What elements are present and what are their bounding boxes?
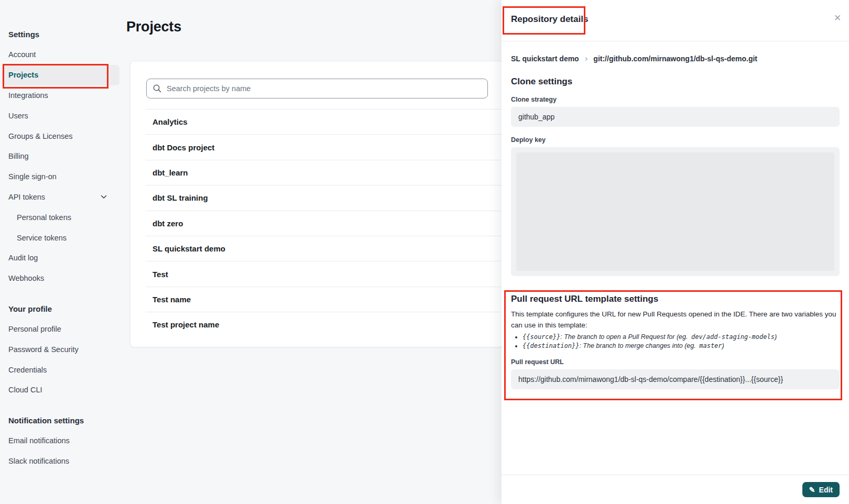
settings-sidebar: Settings AccountProjectsIntegrationsUser… xyxy=(0,0,124,471)
sidebar-section-title-settings: Settings xyxy=(0,24,124,45)
panel-footer: ✎ Edit xyxy=(502,475,849,504)
sidebar-item-billing[interactable]: Billing xyxy=(0,146,124,167)
app-root: Settings AccountProjectsIntegrationsUser… xyxy=(0,0,849,504)
project-row-test-name[interactable]: Test name xyxy=(146,287,503,312)
pr-template-variables-list: {{source}}: The branch to open a Pull Re… xyxy=(511,333,840,350)
project-name: Analytics xyxy=(153,117,188,126)
sidebar-item-label: Password & Security xyxy=(8,345,79,354)
sidebar-item-label: Cloud CLI xyxy=(8,386,42,394)
sidebar-section-title-notification-settings: Notification settings xyxy=(0,410,124,431)
sidebar-item-label: Integrations xyxy=(8,91,48,100)
project-row-test-project-name[interactable]: Test project name xyxy=(146,312,503,337)
sidebar-item-label: Credentials xyxy=(8,366,47,374)
clone-strategy-label: Clone strategy xyxy=(511,96,840,103)
project-row-sl-quickstart-demo[interactable]: SL quickstart demo xyxy=(146,236,503,261)
project-name: Test name xyxy=(153,295,191,304)
search-field-wrap xyxy=(146,79,488,98)
sidebar-item-label: Projects xyxy=(8,71,38,79)
chevron-down-icon xyxy=(100,193,107,201)
sidebar-item-personal-profile[interactable]: Personal profile xyxy=(0,319,124,339)
pr-variable-code: {{source}} xyxy=(523,333,560,341)
sidebar-item-projects[interactable]: Projects xyxy=(2,65,119,85)
project-row-dbt-sl-training[interactable]: dbt SL training xyxy=(146,185,503,210)
sidebar-item-service-tokens[interactable]: Service tokens xyxy=(0,227,124,248)
close-icon[interactable]: ✕ xyxy=(830,10,845,25)
sidebar-item-label: Webhooks xyxy=(8,274,44,282)
sidebar-item-cloud-cli[interactable]: Cloud CLI xyxy=(0,380,124,400)
project-name: dbt Docs project xyxy=(153,143,214,152)
project-row-analytics[interactable]: Analytics xyxy=(146,109,503,134)
sidebar-item-label: API tokens xyxy=(8,193,45,201)
sidebar-item-slack-notifications[interactable]: Slack notifications xyxy=(0,451,124,472)
pencil-icon: ✎ xyxy=(809,486,815,494)
sidebar-item-integrations[interactable]: Integrations xyxy=(0,85,124,106)
project-name: dbt_learn xyxy=(153,168,188,177)
sidebar-item-groups-licenses[interactable]: Groups & Licenses xyxy=(0,126,124,146)
sidebar-item-personal-tokens[interactable]: Personal tokens xyxy=(0,207,124,227)
sidebar-item-label: Personal profile xyxy=(8,325,61,333)
pr-variable-example: dev/add-staging-models xyxy=(691,333,775,341)
sidebar-item-credentials[interactable]: Credentials xyxy=(0,359,124,380)
project-row-dbt-learn[interactable]: dbt_learn xyxy=(146,160,503,185)
pr-template-description: This template configures the URL for new… xyxy=(511,309,840,331)
project-row-test[interactable]: Test xyxy=(146,261,503,286)
sidebar-item-label: Billing xyxy=(8,152,29,160)
sidebar-item-label: Email notifications xyxy=(8,436,70,445)
deploy-key-field[interactable] xyxy=(511,147,840,276)
sidebar-item-audit-log[interactable]: Audit log xyxy=(0,248,124,268)
project-name: Test xyxy=(153,270,168,279)
project-name: SL quickstart demo xyxy=(153,244,225,253)
panel-header: Repository details ✕ xyxy=(502,0,849,41)
sidebar-item-password-security[interactable]: Password & Security xyxy=(0,339,124,359)
sidebar-item-email-notifications[interactable]: Email notifications xyxy=(0,431,124,451)
sidebar-item-webhooks[interactable]: Webhooks xyxy=(0,268,124,289)
pr-variable-item: {{destination}}: The branch to merge cha… xyxy=(523,342,840,350)
sidebar-item-single-sign-on[interactable]: Single sign-on xyxy=(0,167,124,187)
sidebar-item-label: Groups & Licenses xyxy=(8,132,73,140)
sidebar-item-label: Users xyxy=(8,112,28,120)
pr-template-heading: Pull request URL template settings xyxy=(511,294,840,304)
pr-url-field[interactable]: https://github.com/mirnawong1/db-sl-qs-d… xyxy=(511,369,840,389)
edit-button-label: Edit xyxy=(819,486,833,494)
pr-url-label: Pull request URL xyxy=(511,358,840,366)
project-name: dbt SL training xyxy=(153,193,208,202)
page-title: Projects xyxy=(126,19,181,35)
pr-variable-suffix: ) xyxy=(775,333,777,341)
pr-variable-text: : The branch to open a Pull Request for … xyxy=(560,333,690,341)
projects-card: Analyticsdbt Docs projectdbt_learndbt SL… xyxy=(130,61,503,347)
pr-variable-item: {{source}}: The branch to open a Pull Re… xyxy=(523,333,840,342)
sidebar-item-account[interactable]: Account xyxy=(0,45,124,65)
sidebar-section-title-your-profile: Your profile xyxy=(0,299,124,319)
breadcrumb-repo-url: git://github.com/mirnawong1/db-sl-qs-dem… xyxy=(593,54,757,63)
sidebar-profile-nav: Personal profilePassword & SecurityCrede… xyxy=(0,319,124,400)
clone-strategy-field[interactable]: github_app xyxy=(511,107,840,127)
pr-variable-suffix: ) xyxy=(722,342,724,349)
pr-variable-code: {{destination}} xyxy=(523,342,579,349)
sidebar-item-label: Service tokens xyxy=(17,234,67,242)
project-row-dbt-zero[interactable]: dbt zero xyxy=(146,211,503,236)
sidebar-item-users[interactable]: Users xyxy=(0,105,124,126)
panel-title: Repository details xyxy=(511,14,588,25)
sidebar-item-label: Audit log xyxy=(8,254,38,262)
sidebar-item-label: Slack notifications xyxy=(8,457,69,465)
edit-button[interactable]: ✎ Edit xyxy=(802,482,840,497)
sidebar-item-label: Account xyxy=(8,50,36,59)
breadcrumb-separator-icon: › xyxy=(585,54,588,63)
panel-body: SL quickstart demo › git://github.com/mi… xyxy=(502,54,849,389)
project-name: dbt zero xyxy=(153,219,183,228)
breadcrumb: SL quickstart demo › git://github.com/mi… xyxy=(511,54,840,63)
clone-strategy-value: github_app xyxy=(518,113,554,121)
clone-settings-heading: Clone settings xyxy=(511,76,840,87)
search-input[interactable] xyxy=(146,79,488,98)
pr-variable-example: master xyxy=(699,342,722,349)
sidebar-item-api-tokens[interactable]: API tokens xyxy=(0,187,124,207)
repository-details-panel: Repository details ✕ SL quickstart demo … xyxy=(502,0,849,504)
project-row-dbt-docs-project[interactable]: dbt Docs project xyxy=(146,134,503,159)
sidebar-item-label: Personal tokens xyxy=(17,213,71,222)
project-name: Test project name xyxy=(153,320,219,329)
deploy-key-masked-content xyxy=(516,152,834,271)
sidebar-item-label: Single sign-on xyxy=(8,172,57,181)
sidebar-nav: AccountProjectsIntegrationsUsersGroups &… xyxy=(0,45,124,289)
deploy-key-label: Deploy key xyxy=(511,136,840,144)
project-list: Analyticsdbt Docs projectdbt_learndbt SL… xyxy=(130,109,503,337)
